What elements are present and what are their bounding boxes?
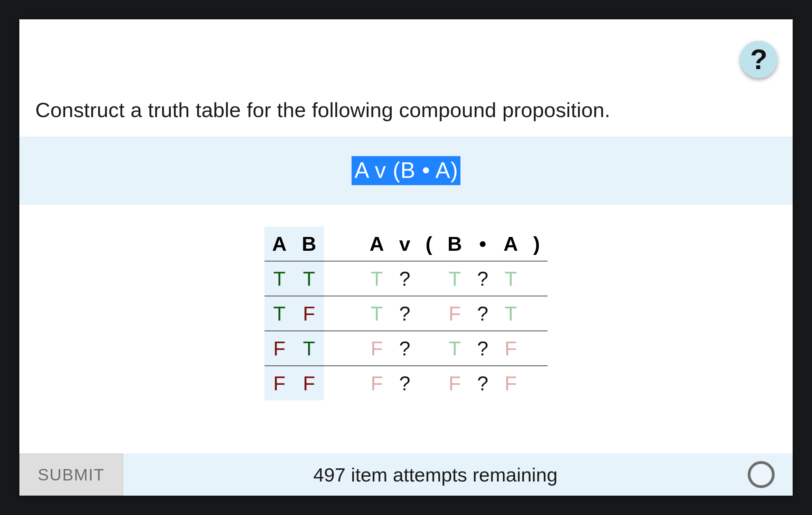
expr-cell (418, 366, 440, 400)
expr-cell: T (440, 331, 469, 366)
expr-header: A (362, 227, 392, 261)
expr-cell (525, 366, 547, 400)
question-card: ? Construct a truth table for the follow… (19, 19, 793, 496)
var-cell: F (294, 296, 324, 331)
answer-cell[interactable]: ? (392, 366, 418, 400)
answer-cell[interactable]: ? (392, 331, 418, 366)
answer-cell[interactable]: ? (469, 366, 496, 400)
gap (324, 261, 362, 296)
help-button[interactable]: ? (740, 41, 777, 78)
expr-header: B (440, 227, 469, 261)
expr-cell: F (362, 366, 392, 400)
submit-button[interactable]: SUBMIT (19, 454, 123, 496)
truth-table-head: ABAv(B•A) (264, 227, 548, 261)
expr-cell: T (496, 296, 526, 331)
expr-cell (525, 331, 547, 366)
var-cell: F (264, 331, 294, 366)
gap (324, 366, 362, 400)
var-cell: T (294, 261, 324, 296)
truth-table-body: TTT?T?TTFT?F?TFTF?T?FFFF?F?F (264, 261, 548, 400)
expr-cell (418, 261, 440, 296)
expr-cell: T (362, 296, 392, 331)
gap (324, 331, 362, 366)
expr-cell: T (362, 261, 392, 296)
submit-label: SUBMIT (38, 465, 104, 484)
formula-highlight: A v (B • A) (352, 156, 460, 185)
expr-cell: F (496, 366, 526, 400)
gap (324, 296, 362, 331)
expr-cell: F (496, 331, 526, 366)
expr-header: v (392, 227, 418, 261)
expr-cell (525, 261, 547, 296)
expr-cell: F (440, 296, 469, 331)
expr-cell (418, 331, 440, 366)
footer-bar: SUBMIT 497 item attempts remaining (19, 454, 793, 496)
help-icon: ? (750, 43, 767, 76)
formula-band: A v (B • A) (19, 137, 793, 204)
var-cell: T (294, 331, 324, 366)
table-row: TFT?F?T (264, 296, 548, 331)
attempts-remaining: 497 item attempts remaining (123, 464, 748, 486)
table-row: FTF?T?F (264, 331, 548, 366)
truth-table-wrap: ABAv(B•A) TTT?T?TTFT?F?TFTF?T?FFFF?F?F (19, 227, 793, 400)
answer-cell[interactable]: ? (469, 331, 496, 366)
answer-cell[interactable]: ? (392, 296, 418, 331)
var-header: A (264, 227, 294, 261)
answer-cell[interactable]: ? (392, 261, 418, 296)
gap (324, 227, 362, 261)
var-cell: T (264, 261, 294, 296)
var-cell: T (264, 296, 294, 331)
expr-header: • (469, 227, 496, 261)
expr-cell: T (440, 261, 469, 296)
expr-header: ) (525, 227, 547, 261)
expr-cell: F (440, 366, 469, 400)
answer-cell[interactable]: ? (469, 261, 496, 296)
progress-circle-icon (748, 461, 775, 488)
table-row: FFF?F?F (264, 366, 548, 400)
truth-table: ABAv(B•A) TTT?T?TTFT?F?TFTF?T?FFFF?F?F (264, 227, 548, 400)
expr-cell (525, 296, 547, 331)
answer-cell[interactable]: ? (469, 296, 496, 331)
expr-header: ( (418, 227, 440, 261)
var-header: B (294, 227, 324, 261)
expr-header: A (496, 227, 526, 261)
question-prompt: Construct a truth table for the followin… (35, 98, 610, 122)
expr-cell (418, 296, 440, 331)
var-cell: F (294, 366, 324, 400)
var-cell: F (264, 366, 294, 400)
table-row: TTT?T?T (264, 261, 548, 296)
expr-cell: F (362, 331, 392, 366)
expr-cell: T (496, 261, 526, 296)
